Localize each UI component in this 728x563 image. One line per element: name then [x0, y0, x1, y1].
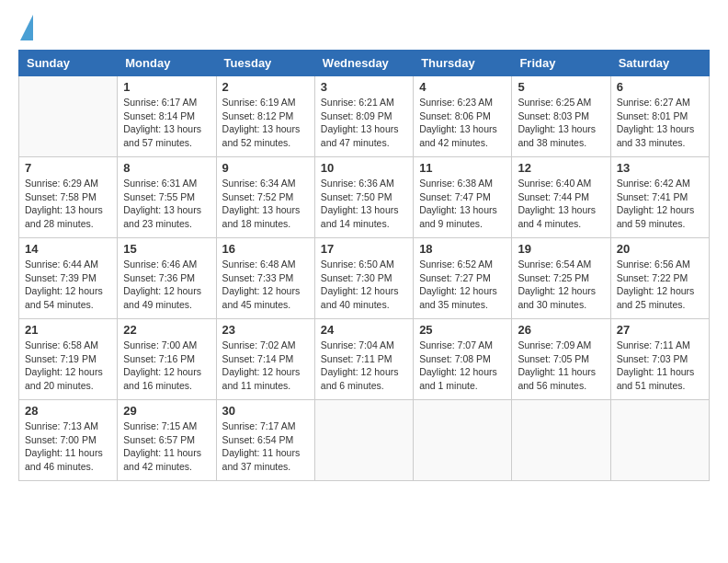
- day-number: 5: [518, 80, 604, 94]
- calendar-cell: 10Sunrise: 6:36 AMSunset: 7:50 PMDayligh…: [314, 157, 413, 238]
- day-info: Sunrise: 6:52 AMSunset: 7:27 PMDaylight:…: [419, 258, 506, 312]
- day-info: Sunrise: 7:07 AMSunset: 7:08 PMDaylight:…: [419, 339, 506, 393]
- day-info: Sunrise: 6:36 AMSunset: 7:50 PMDaylight:…: [321, 177, 407, 231]
- calendar-week-5: 28Sunrise: 7:13 AMSunset: 7:00 PMDayligh…: [19, 400, 710, 481]
- day-info: Sunrise: 7:00 AMSunset: 7:16 PMDaylight:…: [123, 339, 210, 393]
- day-number: 17: [321, 242, 407, 256]
- calendar-cell: 12Sunrise: 6:40 AMSunset: 7:44 PMDayligh…: [512, 157, 610, 238]
- calendar-cell: [512, 400, 610, 481]
- day-number: 21: [25, 323, 111, 337]
- day-number: 9: [222, 161, 309, 175]
- day-number: 3: [321, 80, 407, 94]
- day-number: 4: [419, 80, 506, 94]
- day-number: 14: [25, 242, 111, 256]
- calendar-cell: 13Sunrise: 6:42 AMSunset: 7:41 PMDayligh…: [610, 157, 709, 238]
- calendar-week-1: 1Sunrise: 6:17 AMSunset: 8:14 PMDaylight…: [19, 76, 710, 157]
- day-info: Sunrise: 6:23 AMSunset: 8:06 PMDaylight:…: [419, 96, 506, 150]
- day-number: 16: [222, 242, 309, 256]
- calendar-cell: 3Sunrise: 6:21 AMSunset: 8:09 PMDaylight…: [314, 76, 413, 157]
- logo: [18, 18, 33, 40]
- calendar-cell: 30Sunrise: 7:17 AMSunset: 6:54 PMDayligh…: [216, 400, 314, 481]
- day-number: 23: [222, 323, 309, 337]
- calendar-cell: [610, 400, 709, 481]
- day-info: Sunrise: 7:15 AMSunset: 6:57 PMDaylight:…: [123, 419, 210, 474]
- calendar-table: SundayMondayTuesdayWednesdayThursdayFrid…: [18, 50, 710, 481]
- calendar-cell: 24Sunrise: 7:04 AMSunset: 7:11 PMDayligh…: [314, 319, 413, 400]
- calendar-cell: 14Sunrise: 6:44 AMSunset: 7:39 PMDayligh…: [19, 238, 118, 319]
- calendar-cell: 8Sunrise: 6:31 AMSunset: 7:55 PMDaylight…: [118, 157, 216, 238]
- day-info: Sunrise: 6:48 AMSunset: 7:33 PMDaylight:…: [222, 258, 309, 312]
- day-info: Sunrise: 6:19 AMSunset: 8:12 PMDaylight:…: [222, 96, 309, 150]
- day-info: Sunrise: 6:54 AMSunset: 7:25 PMDaylight:…: [518, 258, 604, 312]
- day-info: Sunrise: 7:09 AMSunset: 7:05 PMDaylight:…: [518, 339, 604, 393]
- day-number: 20: [617, 242, 703, 256]
- calendar-header-friday: Friday: [512, 51, 610, 76]
- day-number: 27: [617, 323, 703, 337]
- page-header: [18, 18, 710, 40]
- day-number: 7: [25, 161, 111, 175]
- calendar-cell: 20Sunrise: 6:56 AMSunset: 7:22 PMDayligh…: [610, 238, 709, 319]
- calendar-week-2: 7Sunrise: 6:29 AMSunset: 7:58 PMDaylight…: [19, 157, 710, 238]
- calendar-cell: 28Sunrise: 7:13 AMSunset: 7:00 PMDayligh…: [19, 400, 118, 481]
- day-info: Sunrise: 7:13 AMSunset: 7:00 PMDaylight:…: [25, 419, 111, 474]
- day-info: Sunrise: 6:34 AMSunset: 7:52 PMDaylight:…: [222, 177, 309, 231]
- calendar-cell: 23Sunrise: 7:02 AMSunset: 7:14 PMDayligh…: [216, 319, 314, 400]
- calendar-cell: [19, 76, 118, 157]
- day-number: 30: [222, 404, 309, 418]
- day-info: Sunrise: 6:38 AMSunset: 7:47 PMDaylight:…: [419, 177, 506, 231]
- calendar-cell: 15Sunrise: 6:46 AMSunset: 7:36 PMDayligh…: [118, 238, 216, 319]
- day-number: 24: [321, 323, 407, 337]
- day-info: Sunrise: 6:50 AMSunset: 7:30 PMDaylight:…: [321, 258, 407, 312]
- calendar-cell: [414, 400, 512, 481]
- calendar-cell: 1Sunrise: 6:17 AMSunset: 8:14 PMDaylight…: [118, 76, 216, 157]
- calendar-cell: 16Sunrise: 6:48 AMSunset: 7:33 PMDayligh…: [216, 238, 314, 319]
- calendar-cell: [314, 400, 413, 481]
- calendar-cell: 27Sunrise: 7:11 AMSunset: 7:03 PMDayligh…: [610, 319, 709, 400]
- calendar-week-4: 21Sunrise: 6:58 AMSunset: 7:19 PMDayligh…: [19, 319, 710, 400]
- day-info: Sunrise: 6:40 AMSunset: 7:44 PMDaylight:…: [518, 177, 604, 231]
- calendar-header-saturday: Saturday: [610, 51, 709, 76]
- day-number: 1: [123, 80, 210, 94]
- calendar-cell: 9Sunrise: 6:34 AMSunset: 7:52 PMDaylight…: [216, 157, 314, 238]
- calendar-cell: 7Sunrise: 6:29 AMSunset: 7:58 PMDaylight…: [19, 157, 118, 238]
- day-number: 11: [419, 161, 506, 175]
- calendar-cell: 17Sunrise: 6:50 AMSunset: 7:30 PMDayligh…: [314, 238, 413, 319]
- day-number: 26: [518, 323, 604, 337]
- day-info: Sunrise: 6:17 AMSunset: 8:14 PMDaylight:…: [123, 96, 210, 150]
- calendar-cell: 26Sunrise: 7:09 AMSunset: 7:05 PMDayligh…: [512, 319, 610, 400]
- calendar-header-tuesday: Tuesday: [216, 51, 314, 76]
- calendar-cell: 2Sunrise: 6:19 AMSunset: 8:12 PMDaylight…: [216, 76, 314, 157]
- day-number: 25: [419, 323, 506, 337]
- day-info: Sunrise: 6:56 AMSunset: 7:22 PMDaylight:…: [617, 258, 703, 312]
- day-number: 8: [123, 161, 210, 175]
- day-info: Sunrise: 6:44 AMSunset: 7:39 PMDaylight:…: [25, 258, 111, 312]
- day-info: Sunrise: 7:04 AMSunset: 7:11 PMDaylight:…: [321, 339, 407, 393]
- calendar-header-row: SundayMondayTuesdayWednesdayThursdayFrid…: [19, 51, 710, 76]
- day-info: Sunrise: 6:21 AMSunset: 8:09 PMDaylight:…: [321, 96, 407, 150]
- day-number: 28: [25, 404, 111, 418]
- day-info: Sunrise: 6:31 AMSunset: 7:55 PMDaylight:…: [123, 177, 210, 231]
- calendar-cell: 4Sunrise: 6:23 AMSunset: 8:06 PMDaylight…: [414, 76, 512, 157]
- day-info: Sunrise: 6:27 AMSunset: 8:01 PMDaylight:…: [617, 96, 703, 150]
- calendar-cell: 21Sunrise: 6:58 AMSunset: 7:19 PMDayligh…: [19, 319, 118, 400]
- day-info: Sunrise: 7:11 AMSunset: 7:03 PMDaylight:…: [617, 339, 703, 393]
- calendar-cell: 18Sunrise: 6:52 AMSunset: 7:27 PMDayligh…: [414, 238, 512, 319]
- day-number: 29: [123, 404, 210, 418]
- calendar-cell: 25Sunrise: 7:07 AMSunset: 7:08 PMDayligh…: [414, 319, 512, 400]
- day-info: Sunrise: 7:02 AMSunset: 7:14 PMDaylight:…: [222, 339, 309, 393]
- calendar-cell: 19Sunrise: 6:54 AMSunset: 7:25 PMDayligh…: [512, 238, 610, 319]
- day-number: 2: [222, 80, 309, 94]
- calendar-cell: 5Sunrise: 6:25 AMSunset: 8:03 PMDaylight…: [512, 76, 610, 157]
- day-number: 6: [617, 80, 703, 94]
- day-number: 10: [321, 161, 407, 175]
- calendar-cell: 29Sunrise: 7:15 AMSunset: 6:57 PMDayligh…: [118, 400, 216, 481]
- day-number: 15: [123, 242, 210, 256]
- day-info: Sunrise: 6:46 AMSunset: 7:36 PMDaylight:…: [123, 258, 210, 312]
- calendar-week-3: 14Sunrise: 6:44 AMSunset: 7:39 PMDayligh…: [19, 238, 710, 319]
- day-info: Sunrise: 6:58 AMSunset: 7:19 PMDaylight:…: [25, 339, 111, 393]
- calendar-cell: 22Sunrise: 7:00 AMSunset: 7:16 PMDayligh…: [118, 319, 216, 400]
- calendar-header-thursday: Thursday: [414, 51, 512, 76]
- calendar-header-sunday: Sunday: [19, 51, 118, 76]
- calendar-header-wednesday: Wednesday: [314, 51, 413, 76]
- day-number: 19: [518, 242, 604, 256]
